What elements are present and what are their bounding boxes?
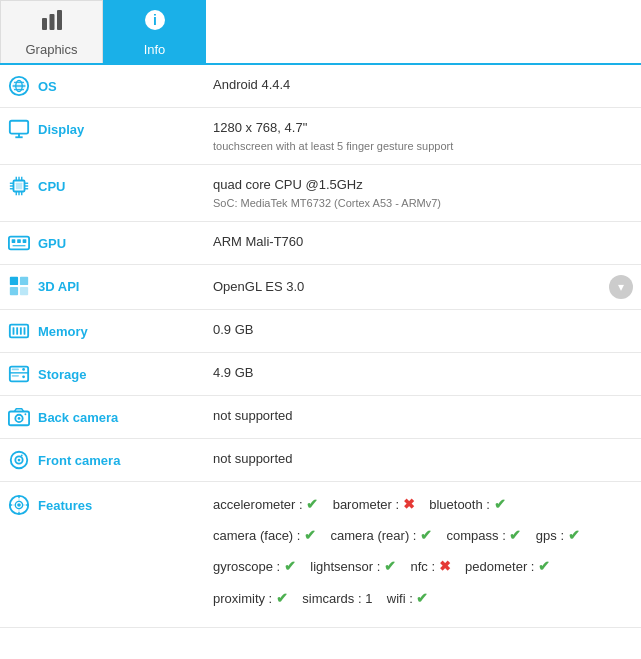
tab-info-label: Info (144, 42, 166, 57)
label-features: Features (0, 482, 205, 628)
svg-point-50 (25, 413, 27, 415)
row-gpu: GPU ARM Mali-T760 (0, 222, 641, 265)
os-icon (8, 75, 30, 97)
svg-rect-40 (24, 327, 26, 334)
gpu-label: GPU (38, 236, 66, 251)
compass-status: ✔ (509, 527, 521, 543)
features-value: accelerometer : ✔ barometer : ✖ bluetoot… (205, 482, 641, 628)
info-table: OS Android 4.4.4 Display (0, 65, 641, 628)
features-label: Features (38, 498, 92, 513)
memory-label: Memory (38, 324, 88, 339)
tab-info[interactable]: i Info (103, 0, 206, 63)
row-cpu: CPU quad core CPU @1.5GHz SoC: MediaTek … (0, 165, 641, 222)
svg-rect-10 (10, 121, 28, 134)
nfc-status: ✖ (439, 558, 451, 574)
row-3dapi: 3D API OpenGL ES 3.0 ▾ (0, 265, 641, 310)
svg-rect-33 (20, 277, 28, 285)
row-os: OS Android 4.4.4 (0, 65, 641, 108)
gyroscope-status: ✔ (284, 558, 296, 574)
storage-icon (8, 363, 30, 385)
back-camera-icon (8, 406, 30, 428)
svg-rect-45 (12, 369, 19, 371)
display-sub: touchscreen with at least 5 finger gestu… (213, 138, 633, 155)
label-gpu: GPU (0, 222, 205, 265)
backcamera-value: not supported (205, 396, 641, 439)
storage-label: Storage (38, 367, 86, 382)
label-os: OS (0, 65, 205, 108)
label-backcamera: Back camera (0, 396, 205, 439)
cpu-icon (8, 175, 30, 197)
front-camera-icon (8, 449, 30, 471)
display-icon (8, 118, 30, 140)
features-line3: gyroscope : ✔ lightsensor : ✔ nfc : ✖ pe… (213, 554, 633, 579)
cpu-label: CPU (38, 179, 65, 194)
tabs: Graphics i Info (0, 0, 641, 65)
pedometer-status: ✔ (538, 558, 550, 574)
memory-icon (8, 320, 30, 342)
bluetooth-status: ✔ (494, 496, 506, 512)
svg-point-43 (22, 368, 25, 371)
features-line4: proximity : ✔ simcards : 1 wifi : ✔ (213, 586, 633, 611)
row-features: Features accelerometer : ✔ barometer : ✖… (0, 482, 641, 628)
svg-rect-37 (13, 327, 15, 334)
proximity-status: ✔ (276, 590, 288, 606)
svg-rect-38 (16, 327, 18, 334)
svg-rect-35 (20, 287, 28, 295)
accelerometer-status: ✔ (306, 496, 318, 512)
features-icon (8, 494, 30, 516)
label-frontcamera: Front camera (0, 439, 205, 482)
wifi-status: ✔ (416, 590, 428, 606)
svg-rect-32 (10, 277, 18, 285)
row-memory: Memory 0.9 GB (0, 310, 641, 353)
info-icon: i (143, 8, 167, 38)
features-line1: accelerometer : ✔ barometer : ✖ bluetoot… (213, 492, 633, 517)
features-line2: camera (face) : ✔ camera (rear) : ✔ comp… (213, 523, 633, 548)
cpu-value: quad core CPU @1.5GHz SoC: MediaTek MT67… (205, 165, 641, 222)
svg-point-49 (18, 417, 21, 420)
svg-rect-30 (23, 239, 27, 243)
label-memory: Memory (0, 310, 205, 353)
tab-graphics-label: Graphics (25, 42, 77, 57)
os-value: Android 4.4.4 (205, 65, 641, 108)
svg-rect-0 (42, 18, 47, 30)
3dapi-value: OpenGL ES 3.0 ▾ (205, 265, 641, 309)
row-display: Display 1280 x 768, 4.7" touchscreen wit… (0, 108, 641, 165)
storage-value: 4.9 GB (205, 353, 641, 396)
row-frontcamera: Front camera not supported (0, 439, 641, 482)
barometer-status: ✖ (403, 496, 415, 512)
memory-value: 0.9 GB (205, 310, 641, 353)
svg-rect-14 (16, 183, 22, 189)
camera-face-status: ✔ (304, 527, 316, 543)
svg-rect-1 (49, 14, 54, 30)
svg-rect-2 (57, 10, 62, 30)
frontcamera-label: Front camera (38, 453, 120, 468)
3dapi-chevron-button[interactable]: ▾ (609, 275, 633, 299)
gpu-value: ARM Mali-T760 (205, 222, 641, 265)
label-cpu: CPU (0, 165, 205, 222)
row-backcamera: Back camera not supported (0, 396, 641, 439)
svg-point-53 (18, 459, 21, 462)
svg-rect-39 (20, 327, 22, 334)
3dapi-icon (8, 275, 30, 297)
svg-rect-34 (10, 287, 18, 295)
bar-chart-icon (40, 8, 64, 38)
row-storage: Storage 4.9 GB (0, 353, 641, 396)
cpu-sub: SoC: MediaTek MT6732 (Cortex A53 - ARMv7… (213, 195, 633, 212)
svg-rect-46 (12, 375, 19, 377)
svg-point-54 (21, 455, 23, 457)
label-storage: Storage (0, 353, 205, 396)
app-container: Graphics i Info (0, 0, 641, 628)
lightsensor-status: ✔ (384, 558, 396, 574)
3dapi-label: 3D API (38, 279, 79, 294)
svg-rect-29 (17, 239, 21, 243)
gps-status: ✔ (568, 527, 580, 543)
svg-text:i: i (153, 12, 157, 28)
gpu-icon (8, 232, 30, 254)
svg-point-57 (17, 503, 21, 507)
svg-point-44 (22, 375, 25, 378)
label-3dapi: 3D API (0, 265, 205, 310)
svg-rect-42 (10, 372, 28, 373)
display-value: 1280 x 768, 4.7" touchscreen with at lea… (205, 108, 641, 165)
tab-graphics[interactable]: Graphics (0, 0, 103, 63)
label-display: Display (0, 108, 205, 165)
